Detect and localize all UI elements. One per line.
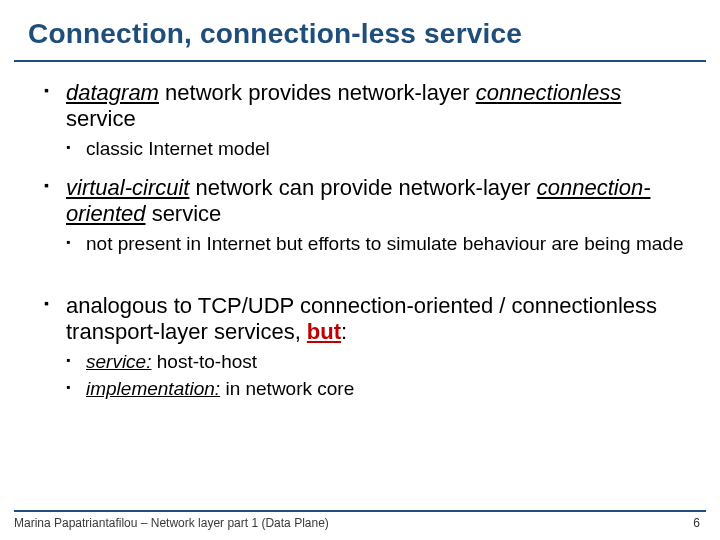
bullet-2-text-1: network can provide network-layer bbox=[189, 175, 536, 200]
bullet-2-sublist: not present in Internet but efforts to s… bbox=[66, 233, 686, 256]
bullet-2-term-1: virtual-circuit bbox=[66, 175, 189, 200]
bullet-3-sub-2: implementation: in network core bbox=[66, 378, 686, 401]
bullet-3-sub-1-term: service: bbox=[86, 351, 151, 372]
bullet-1: datagram network provides network-layer … bbox=[44, 80, 686, 161]
spacer bbox=[44, 269, 686, 293]
bullet-3: analogous to TCP/UDP connection-oriented… bbox=[44, 293, 686, 401]
bullet-1-term-2: connectionless bbox=[476, 80, 622, 105]
bullet-1-text-2: service bbox=[66, 106, 136, 131]
bullet-2: virtual-circuit network can provide netw… bbox=[44, 175, 686, 256]
bullet-list: datagram network provides network-layer … bbox=[44, 80, 686, 255]
bullet-3-sub-2-text: in network core bbox=[220, 378, 354, 399]
bullet-3-but: but bbox=[307, 319, 341, 344]
page-number: 6 bbox=[693, 516, 706, 530]
footer: Marina Papatriantafilou – Network layer … bbox=[14, 510, 706, 530]
bullet-3-sub-2-term: implementation: bbox=[86, 378, 220, 399]
bullet-1-sub-1: classic Internet model bbox=[66, 138, 686, 161]
bullet-2-sub-1: not present in Internet but efforts to s… bbox=[66, 233, 686, 256]
bullet-1-text-1: network provides network-layer bbox=[159, 80, 476, 105]
bullet-1-term-1: datagram bbox=[66, 80, 159, 105]
slide-title: Connection, connection-less service bbox=[0, 0, 720, 60]
bullet-3-colon: : bbox=[341, 319, 347, 344]
footer-text: Marina Papatriantafilou – Network layer … bbox=[14, 516, 329, 530]
bullet-3-sub-1: service: host-to-host bbox=[66, 351, 686, 374]
slide-body: datagram network provides network-layer … bbox=[0, 62, 720, 401]
bullet-3-sublist: service: host-to-host implementation: in… bbox=[66, 351, 686, 401]
bullet-3-text-1: analogous to TCP/UDP connection-oriented… bbox=[66, 293, 657, 344]
bullet-2-text-2: service bbox=[146, 201, 222, 226]
slide: { "title": "Connection, connection-less … bbox=[0, 0, 720, 540]
bullet-1-sublist: classic Internet model bbox=[66, 138, 686, 161]
bullet-3-sub-1-text: host-to-host bbox=[151, 351, 257, 372]
bullet-list-2: analogous to TCP/UDP connection-oriented… bbox=[44, 293, 686, 401]
